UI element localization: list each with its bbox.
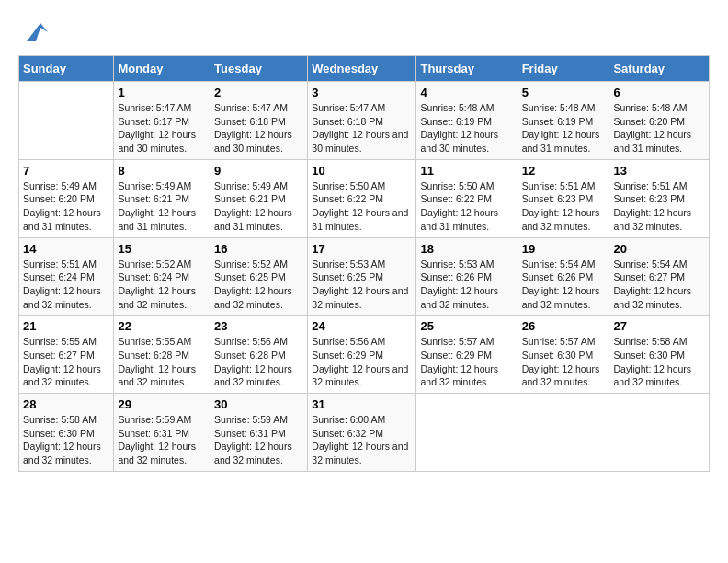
header-saturday: Saturday [609,56,710,82]
day-number: 22 [118,319,206,333]
day-info: Sunrise: 5:53 AMSunset: 6:26 PMDaylight:… [420,258,513,312]
day-info: Sunrise: 5:52 AMSunset: 6:24 PMDaylight:… [118,258,206,312]
day-cell: 1Sunrise: 5:47 AMSunset: 6:17 PMDaylight… [114,82,210,160]
day-number: 28 [23,397,109,411]
day-info: Sunrise: 5:49 AMSunset: 6:21 PMDaylight:… [214,179,303,234]
day-cell: 5Sunrise: 5:48 AMSunset: 6:19 PMDaylight… [518,82,609,160]
logo [18,18,50,46]
day-cell: 21Sunrise: 5:55 AMSunset: 6:27 PMDayligh… [19,316,114,394]
day-info: Sunrise: 5:56 AMSunset: 6:28 PMDaylight:… [214,335,303,389]
day-number: 21 [23,319,109,333]
day-number: 12 [522,164,606,178]
header-friday: Friday [518,56,609,82]
header-monday: Monday [114,56,210,82]
day-cell: 15Sunrise: 5:52 AMSunset: 6:24 PMDayligh… [114,237,210,316]
day-info: Sunrise: 5:47 AMSunset: 6:17 PMDaylight:… [118,101,206,155]
day-cell: 3Sunrise: 5:47 AMSunset: 6:18 PMDaylight… [308,82,416,160]
day-cell: 18Sunrise: 5:53 AMSunset: 6:26 PMDayligh… [416,237,518,316]
day-info: Sunrise: 5:54 AMSunset: 6:26 PMDaylight:… [522,258,606,312]
day-cell [518,394,609,472]
day-info: Sunrise: 5:55 AMSunset: 6:28 PMDaylight:… [118,335,206,389]
day-cell: 13Sunrise: 5:51 AMSunset: 6:23 PMDayligh… [609,159,710,237]
day-info: Sunrise: 6:00 AMSunset: 6:32 PMDaylight:… [312,413,412,467]
day-cell: 20Sunrise: 5:54 AMSunset: 6:27 PMDayligh… [609,237,710,316]
day-number: 5 [522,86,606,99]
day-cell [416,394,518,472]
day-info: Sunrise: 5:50 AMSunset: 6:22 PMDaylight:… [312,179,412,234]
day-info: Sunrise: 5:57 AMSunset: 6:29 PMDaylight:… [420,335,513,389]
day-cell: 10Sunrise: 5:50 AMSunset: 6:22 PMDayligh… [308,159,416,237]
day-number: 24 [312,319,412,333]
day-number: 8 [118,164,206,178]
day-cell: 26Sunrise: 5:57 AMSunset: 6:30 PMDayligh… [518,316,609,394]
day-cell: 7Sunrise: 5:49 AMSunset: 6:20 PMDaylight… [19,159,114,237]
day-number: 23 [214,319,303,333]
day-info: Sunrise: 5:50 AMSunset: 6:22 PMDaylight:… [420,179,513,234]
week-row-3: 14Sunrise: 5:51 AMSunset: 6:24 PMDayligh… [19,237,710,316]
day-info: Sunrise: 5:51 AMSunset: 6:23 PMDaylight:… [522,179,606,234]
week-row-2: 7Sunrise: 5:49 AMSunset: 6:20 PMDaylight… [19,159,710,237]
day-info: Sunrise: 5:48 AMSunset: 6:19 PMDaylight:… [420,101,513,155]
day-cell: 8Sunrise: 5:49 AMSunset: 6:21 PMDaylight… [114,159,210,237]
day-info: Sunrise: 5:48 AMSunset: 6:20 PMDaylight:… [613,101,705,155]
day-cell: 24Sunrise: 5:56 AMSunset: 6:29 PMDayligh… [308,316,416,394]
day-cell: 2Sunrise: 5:47 AMSunset: 6:18 PMDaylight… [210,82,308,160]
day-cell: 6Sunrise: 5:48 AMSunset: 6:20 PMDaylight… [609,82,710,160]
day-number: 7 [23,164,109,178]
day-number: 26 [522,319,606,333]
week-row-4: 21Sunrise: 5:55 AMSunset: 6:27 PMDayligh… [19,316,710,394]
day-cell: 11Sunrise: 5:50 AMSunset: 6:22 PMDayligh… [416,159,518,237]
day-info: Sunrise: 5:58 AMSunset: 6:30 PMDaylight:… [23,413,109,467]
header-tuesday: Tuesday [210,56,308,82]
day-number: 6 [613,86,705,99]
day-info: Sunrise: 5:53 AMSunset: 6:25 PMDaylight:… [312,258,412,312]
day-number: 3 [312,86,412,99]
day-number: 19 [522,242,606,256]
calendar-table: SundayMondayTuesdayWednesdayThursdayFrid… [18,55,710,472]
day-cell: 28Sunrise: 5:58 AMSunset: 6:30 PMDayligh… [19,394,114,472]
day-info: Sunrise: 5:52 AMSunset: 6:25 PMDaylight:… [214,258,303,312]
day-cell: 19Sunrise: 5:54 AMSunset: 6:26 PMDayligh… [518,237,609,316]
page-header [18,18,710,46]
day-number: 17 [312,242,412,256]
day-number: 11 [420,164,513,178]
day-info: Sunrise: 5:54 AMSunset: 6:27 PMDaylight:… [613,258,705,312]
day-cell: 31Sunrise: 6:00 AMSunset: 6:32 PMDayligh… [308,394,416,472]
day-cell: 29Sunrise: 5:59 AMSunset: 6:31 PMDayligh… [114,394,210,472]
day-cell: 25Sunrise: 5:57 AMSunset: 6:29 PMDayligh… [416,316,518,394]
day-info: Sunrise: 5:48 AMSunset: 6:19 PMDaylight:… [522,101,606,155]
day-info: Sunrise: 5:56 AMSunset: 6:29 PMDaylight:… [312,335,412,389]
day-cell [609,394,710,472]
day-cell: 9Sunrise: 5:49 AMSunset: 6:21 PMDaylight… [210,159,308,237]
day-number: 16 [214,242,303,256]
day-info: Sunrise: 5:51 AMSunset: 6:24 PMDaylight:… [23,258,109,312]
header-row: SundayMondayTuesdayWednesdayThursdayFrid… [19,56,710,82]
day-cell [19,82,114,160]
day-info: Sunrise: 5:55 AMSunset: 6:27 PMDaylight:… [23,335,109,389]
day-info: Sunrise: 5:47 AMSunset: 6:18 PMDaylight:… [312,101,412,155]
week-row-1: 1Sunrise: 5:47 AMSunset: 6:17 PMDaylight… [19,82,710,160]
day-number: 9 [214,164,303,178]
week-row-5: 28Sunrise: 5:58 AMSunset: 6:30 PMDayligh… [19,394,710,472]
day-info: Sunrise: 5:47 AMSunset: 6:18 PMDaylight:… [214,101,303,155]
day-cell: 14Sunrise: 5:51 AMSunset: 6:24 PMDayligh… [19,237,114,316]
day-number: 20 [613,242,705,256]
day-info: Sunrise: 5:57 AMSunset: 6:30 PMDaylight:… [522,335,606,389]
day-number: 25 [420,319,513,333]
day-number: 2 [214,86,303,99]
day-cell: 4Sunrise: 5:48 AMSunset: 6:19 PMDaylight… [416,82,518,160]
day-number: 29 [118,397,206,411]
day-cell: 22Sunrise: 5:55 AMSunset: 6:28 PMDayligh… [114,316,210,394]
day-number: 13 [613,164,705,178]
day-cell: 16Sunrise: 5:52 AMSunset: 6:25 PMDayligh… [210,237,308,316]
day-info: Sunrise: 5:58 AMSunset: 6:30 PMDaylight:… [613,335,705,389]
day-number: 31 [312,397,412,411]
logo-icon [22,18,50,46]
day-number: 14 [23,242,109,256]
day-cell: 12Sunrise: 5:51 AMSunset: 6:23 PMDayligh… [518,159,609,237]
day-info: Sunrise: 5:49 AMSunset: 6:21 PMDaylight:… [118,179,206,234]
day-info: Sunrise: 5:51 AMSunset: 6:23 PMDaylight:… [613,179,705,234]
day-number: 18 [420,242,513,256]
day-number: 30 [214,397,303,411]
header-wednesday: Wednesday [308,56,416,82]
